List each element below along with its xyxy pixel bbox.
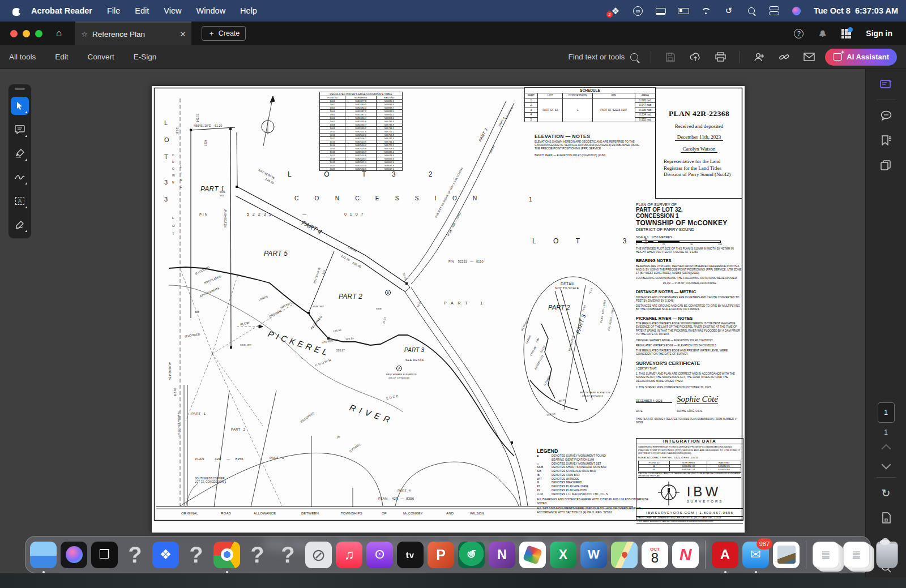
tab-close-icon[interactable]: ✕ — [180, 30, 186, 38]
dock-item-time-machine[interactable]: ↺ — [458, 542, 485, 568]
dock-item-news[interactable]: N — [672, 542, 699, 568]
link-icon[interactable] — [779, 51, 790, 63]
find-tools-search[interactable]: Find text or tools — [569, 53, 639, 61]
siri-icon[interactable] — [791, 6, 802, 15]
menubar-menu-file[interactable]: File — [107, 6, 120, 15]
toolbar-all-tools[interactable]: All tools — [9, 53, 36, 61]
plan-label: T — [164, 154, 168, 160]
acrobat-toolbar: All toolsEditConvertE-Sign Find text or … — [0, 45, 906, 69]
coord-row: 10175082516.8565678.3 — [320, 154, 403, 157]
plan-label: SSIB — [376, 308, 382, 310]
creative-cloud-icon[interactable] — [633, 6, 644, 15]
plan-label: 205.5± — [547, 413, 556, 417]
dock-item-doc-stack[interactable]: ≣ — [813, 542, 839, 568]
apps-grid-icon[interactable] — [841, 29, 851, 38]
document-tab[interactable]: ☆ Reference Plan ✕ — [75, 22, 191, 45]
dock-item-question[interactable]: ? — [183, 542, 210, 568]
dock-item-question[interactable]: ? — [275, 542, 301, 568]
ai-assistant-panel-icon[interactable] — [877, 75, 896, 94]
dock-item-app-switcher[interactable]: ❐ — [91, 542, 118, 568]
create-button[interactable]: ＋ Create — [202, 26, 246, 41]
window-minimize-button[interactable] — [23, 30, 30, 37]
dock-item-acrobat[interactable]: A — [712, 542, 738, 568]
plan-label: REGULATED — [204, 275, 222, 285]
dock-item-excel[interactable]: X — [550, 542, 576, 568]
dock-item-powerpoint[interactable]: P — [428, 542, 454, 568]
plan-label: PART 4 — [398, 489, 411, 492]
dock-item-trash[interactable] — [876, 542, 898, 568]
email-icon[interactable] — [804, 51, 815, 63]
menubar-clock[interactable]: Tue Oct 8 6:37:03 AM — [814, 6, 898, 15]
schedule-area: 1.026 ha± — [635, 98, 655, 103]
dock-item-appletv[interactable]: tv — [397, 542, 424, 568]
plan-label: (FLOODED — [185, 333, 200, 338]
plan-number: PLAN 42R-22368 — [656, 109, 742, 118]
previous-page-button[interactable] — [881, 444, 891, 454]
menubar-menu-view[interactable]: View — [164, 6, 181, 15]
bookmarks-panel-icon[interactable] — [877, 131, 896, 150]
spotlight-icon[interactable] — [746, 6, 757, 15]
amphetamine-icon[interactable] — [655, 6, 666, 15]
share-people-icon[interactable] — [754, 51, 765, 63]
rotate-page-icon[interactable]: ↻ — [877, 483, 896, 503]
dock-item-dropbox[interactable]: ❖ — [152, 542, 179, 568]
plan-label: N73°58'00"W — [322, 339, 338, 344]
sign-in-button[interactable]: Sign in — [866, 29, 892, 38]
menubar-app-name[interactable]: Acrobat Reader — [31, 6, 92, 15]
notifications-bell-icon[interactable]: 🔔︎ — [818, 29, 827, 38]
window-zoom-button[interactable] — [35, 30, 42, 37]
dock-item-onenote[interactable]: N — [489, 542, 515, 568]
fill-sign-tool-button[interactable] — [11, 216, 29, 234]
dock-item-chrome[interactable] — [213, 542, 240, 568]
menubar-menu-edit[interactable]: Edit — [135, 6, 149, 15]
dock-item-display-prohibited[interactable]: ⊘ — [305, 542, 332, 568]
palette-drag-handle[interactable] — [15, 88, 25, 90]
select-tool-button[interactable] — [11, 97, 29, 115]
home-icon[interactable]: ⌂ — [56, 28, 62, 39]
dock-item-mail[interactable]: ✉987 — [742, 542, 769, 568]
star-icon[interactable]: ☆ — [81, 30, 88, 38]
help-icon[interactable]: ? — [794, 29, 804, 38]
comments-panel-icon[interactable] — [877, 106, 896, 125]
dock-item-calendar[interactable]: OCT8 — [642, 542, 668, 568]
wifi-icon[interactable] — [700, 6, 712, 15]
toolbar-edit[interactable]: Edit — [55, 53, 68, 61]
menubar-menu-window[interactable]: Window — [196, 6, 226, 15]
current-page-indicator[interactable]: 1 — [878, 402, 895, 423]
dock-item-word[interactable]: W — [580, 542, 607, 568]
menubar-menu-help[interactable]: Help — [240, 6, 257, 15]
print-icon[interactable] — [715, 51, 726, 63]
pdf-page[interactable]: PART 1P I N5 2 2 3 3—0 1 0 7L O T3 2C O … — [152, 86, 745, 533]
save-icon[interactable] — [665, 51, 676, 63]
plan-label: C R O W N — [315, 359, 331, 367]
dock-item-finder[interactable] — [30, 542, 57, 568]
dock-item-question[interactable]: ? — [244, 542, 271, 568]
dock-item-maps[interactable] — [611, 542, 638, 568]
toolbar-convert[interactable]: Convert — [88, 53, 114, 61]
ai-assistant-button[interactable]: AI Assistant — [825, 49, 897, 66]
highlight-tool-button[interactable] — [11, 144, 29, 162]
tab-title: Reference Plan — [92, 30, 145, 38]
dock-item-music[interactable]: ♫ — [336, 542, 362, 568]
draw-tool-button[interactable] — [11, 168, 29, 186]
window-close-button[interactable] — [10, 30, 18, 37]
toolbar-e-sign[interactable]: E-Sign — [134, 53, 157, 61]
plan-label: WIT — [220, 195, 224, 197]
next-page-button[interactable] — [881, 460, 891, 470]
control-center-icon[interactable] — [768, 6, 780, 15]
dock-item-siri[interactable] — [61, 542, 87, 568]
dropbox-icon[interactable]: 2 — [610, 6, 621, 15]
apple-menu-icon[interactable] — [12, 6, 21, 16]
dock-item-ms-office[interactable] — [519, 542, 546, 568]
dock-item-podcasts[interactable]: ʘ — [366, 542, 393, 568]
dock-item-preview-doc[interactable] — [773, 542, 800, 568]
comment-tool-button[interactable] — [11, 121, 29, 139]
dock-item-question[interactable]: ? — [122, 542, 148, 568]
battery-icon[interactable] — [678, 6, 689, 15]
page-thumbnails-icon[interactable] — [877, 156, 896, 175]
dock-item-doc-stack[interactable]: ≣ — [843, 542, 870, 568]
time-machine-icon[interactable] — [723, 6, 734, 15]
text-select-tool-button[interactable]: A — [11, 192, 29, 210]
upload-cloud-icon[interactable] — [690, 51, 701, 63]
fit-page-icon[interactable] — [877, 508, 896, 527]
